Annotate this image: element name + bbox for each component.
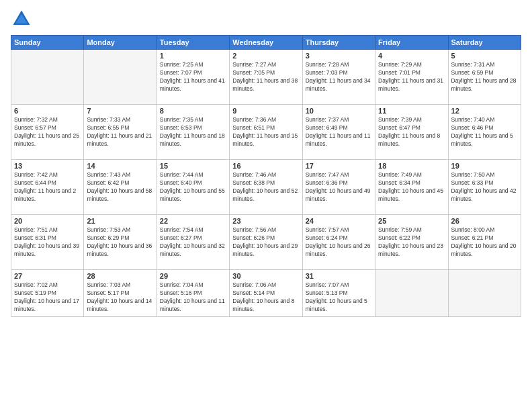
day-number: 27 xyxy=(14,272,81,280)
day-number: 5 xyxy=(451,52,518,60)
day-number: 8 xyxy=(160,107,226,115)
day-info: Sunrise: 7:42 AM Sunset: 6:44 PM Dayligh… xyxy=(14,171,81,203)
day-info: Sunrise: 7:31 AM Sunset: 6:59 PM Dayligh… xyxy=(451,61,518,93)
day-info: Sunrise: 7:06 AM Sunset: 5:14 PM Dayligh… xyxy=(232,281,299,314)
logo xyxy=(11,8,35,30)
calendar-header-row: SundayMondayTuesdayWednesdayThursdayFrid… xyxy=(11,36,521,50)
calendar-cell: 4Sunrise: 7:29 AM Sunset: 7:01 PM Daylig… xyxy=(375,50,448,105)
day-number: 25 xyxy=(378,217,445,225)
calendar-cell: 21Sunrise: 7:53 AM Sunset: 6:29 PM Dayli… xyxy=(84,215,157,270)
day-info: Sunrise: 7:36 AM Sunset: 6:51 PM Dayligh… xyxy=(232,116,299,148)
page: SundayMondayTuesdayWednesdayThursdayFrid… xyxy=(0,0,532,411)
day-info: Sunrise: 7:32 AM Sunset: 6:57 PM Dayligh… xyxy=(14,116,81,148)
calendar-cell: 16Sunrise: 7:46 AM Sunset: 6:38 PM Dayli… xyxy=(230,160,302,215)
calendar-cell: 14Sunrise: 7:43 AM Sunset: 6:42 PM Dayli… xyxy=(84,160,157,215)
calendar-cell: 29Sunrise: 7:04 AM Sunset: 5:16 PM Dayli… xyxy=(157,270,229,317)
day-info: Sunrise: 7:43 AM Sunset: 6:42 PM Dayligh… xyxy=(87,171,153,203)
calendar-header-friday: Friday xyxy=(375,36,448,50)
day-info: Sunrise: 7:25 AM Sunset: 7:07 PM Dayligh… xyxy=(160,61,226,93)
day-number: 24 xyxy=(306,217,372,225)
calendar-cell: 17Sunrise: 7:47 AM Sunset: 6:36 PM Dayli… xyxy=(302,160,375,215)
day-number: 18 xyxy=(378,162,445,170)
calendar-cell xyxy=(448,270,521,317)
calendar-cell: 27Sunrise: 7:02 AM Sunset: 5:19 PM Dayli… xyxy=(11,270,84,317)
calendar-cell: 22Sunrise: 7:54 AM Sunset: 6:27 PM Dayli… xyxy=(157,215,229,270)
day-info: Sunrise: 7:37 AM Sunset: 6:49 PM Dayligh… xyxy=(306,116,372,148)
day-number: 6 xyxy=(14,107,81,115)
day-info: Sunrise: 7:51 AM Sunset: 6:31 PM Dayligh… xyxy=(14,226,81,259)
day-info: Sunrise: 7:40 AM Sunset: 6:46 PM Dayligh… xyxy=(451,116,518,148)
calendar-week-row: 27Sunrise: 7:02 AM Sunset: 5:19 PM Dayli… xyxy=(11,270,521,317)
day-number: 15 xyxy=(160,162,226,170)
calendar-week-row: 20Sunrise: 7:51 AM Sunset: 6:31 PM Dayli… xyxy=(11,215,521,270)
calendar-cell: 23Sunrise: 7:56 AM Sunset: 6:26 PM Dayli… xyxy=(230,215,302,270)
day-info: Sunrise: 7:44 AM Sunset: 6:40 PM Dayligh… xyxy=(160,171,226,203)
day-number: 31 xyxy=(306,272,372,280)
day-info: Sunrise: 7:33 AM Sunset: 6:55 PM Dayligh… xyxy=(87,116,153,148)
day-number: 17 xyxy=(306,162,372,170)
day-info: Sunrise: 7:39 AM Sunset: 6:47 PM Dayligh… xyxy=(378,116,445,148)
calendar-header-tuesday: Tuesday xyxy=(157,36,229,50)
calendar-cell xyxy=(375,270,448,317)
day-info: Sunrise: 7:50 AM Sunset: 6:33 PM Dayligh… xyxy=(451,171,518,203)
calendar-cell: 20Sunrise: 7:51 AM Sunset: 6:31 PM Dayli… xyxy=(11,215,84,270)
day-number: 1 xyxy=(160,52,226,60)
day-number: 12 xyxy=(451,107,518,115)
calendar-cell: 25Sunrise: 7:59 AM Sunset: 6:22 PM Dayli… xyxy=(375,215,448,270)
calendar-cell: 15Sunrise: 7:44 AM Sunset: 6:40 PM Dayli… xyxy=(157,160,229,215)
day-number: 13 xyxy=(14,162,81,170)
calendar-cell: 30Sunrise: 7:06 AM Sunset: 5:14 PM Dayli… xyxy=(230,270,302,317)
day-number: 14 xyxy=(87,162,153,170)
day-info: Sunrise: 7:57 AM Sunset: 6:24 PM Dayligh… xyxy=(306,226,372,259)
calendar-cell: 2Sunrise: 7:27 AM Sunset: 7:05 PM Daylig… xyxy=(230,50,302,105)
calendar-cell: 24Sunrise: 7:57 AM Sunset: 6:24 PM Dayli… xyxy=(302,215,375,270)
calendar-cell: 28Sunrise: 7:03 AM Sunset: 5:17 PM Dayli… xyxy=(84,270,157,317)
calendar-cell: 10Sunrise: 7:37 AM Sunset: 6:49 PM Dayli… xyxy=(302,105,375,160)
logo-icon xyxy=(11,8,32,30)
day-number: 22 xyxy=(160,217,226,225)
calendar-header-saturday: Saturday xyxy=(448,36,521,50)
day-info: Sunrise: 7:04 AM Sunset: 5:16 PM Dayligh… xyxy=(160,281,226,314)
day-number: 21 xyxy=(87,217,153,225)
calendar-cell: 26Sunrise: 8:00 AM Sunset: 6:21 PM Dayli… xyxy=(448,215,521,270)
day-number: 23 xyxy=(232,217,299,225)
calendar-table: SundayMondayTuesdayWednesdayThursdayFrid… xyxy=(11,35,521,317)
day-number: 16 xyxy=(232,162,299,170)
calendar-cell: 13Sunrise: 7:42 AM Sunset: 6:44 PM Dayli… xyxy=(11,160,84,215)
day-info: Sunrise: 7:28 AM Sunset: 7:03 PM Dayligh… xyxy=(306,61,372,93)
day-number: 28 xyxy=(87,272,153,280)
day-info: Sunrise: 7:46 AM Sunset: 6:38 PM Dayligh… xyxy=(232,171,299,203)
calendar-cell xyxy=(11,50,84,105)
day-number: 2 xyxy=(232,52,299,60)
day-info: Sunrise: 7:49 AM Sunset: 6:34 PM Dayligh… xyxy=(378,171,445,203)
day-number: 9 xyxy=(232,107,299,115)
day-info: Sunrise: 7:27 AM Sunset: 7:05 PM Dayligh… xyxy=(232,61,299,93)
calendar-cell: 5Sunrise: 7:31 AM Sunset: 6:59 PM Daylig… xyxy=(448,50,521,105)
day-info: Sunrise: 7:07 AM Sunset: 5:13 PM Dayligh… xyxy=(306,281,372,314)
day-info: Sunrise: 8:00 AM Sunset: 6:21 PM Dayligh… xyxy=(451,226,518,259)
calendar-cell: 1Sunrise: 7:25 AM Sunset: 7:07 PM Daylig… xyxy=(157,50,229,105)
day-number: 29 xyxy=(160,272,226,280)
calendar-cell: 3Sunrise: 7:28 AM Sunset: 7:03 PM Daylig… xyxy=(302,50,375,105)
day-number: 11 xyxy=(378,107,445,115)
calendar-header-monday: Monday xyxy=(84,36,157,50)
day-info: Sunrise: 7:02 AM Sunset: 5:19 PM Dayligh… xyxy=(14,281,81,314)
day-info: Sunrise: 7:29 AM Sunset: 7:01 PM Dayligh… xyxy=(378,61,445,93)
header xyxy=(11,8,521,30)
calendar-cell: 6Sunrise: 7:32 AM Sunset: 6:57 PM Daylig… xyxy=(11,105,84,160)
calendar-header-sunday: Sunday xyxy=(11,36,84,50)
calendar-week-row: 6Sunrise: 7:32 AM Sunset: 6:57 PM Daylig… xyxy=(11,105,521,160)
day-number: 26 xyxy=(451,217,518,225)
day-info: Sunrise: 7:03 AM Sunset: 5:17 PM Dayligh… xyxy=(87,281,153,314)
day-number: 7 xyxy=(87,107,153,115)
day-info: Sunrise: 7:53 AM Sunset: 6:29 PM Dayligh… xyxy=(87,226,153,259)
day-number: 20 xyxy=(14,217,81,225)
calendar-cell: 31Sunrise: 7:07 AM Sunset: 5:13 PM Dayli… xyxy=(302,270,375,317)
day-info: Sunrise: 7:56 AM Sunset: 6:26 PM Dayligh… xyxy=(232,226,299,259)
calendar-cell: 19Sunrise: 7:50 AM Sunset: 6:33 PM Dayli… xyxy=(448,160,521,215)
day-info: Sunrise: 7:54 AM Sunset: 6:27 PM Dayligh… xyxy=(160,226,226,259)
day-number: 10 xyxy=(306,107,372,115)
day-info: Sunrise: 7:59 AM Sunset: 6:22 PM Dayligh… xyxy=(378,226,445,259)
calendar-cell: 11Sunrise: 7:39 AM Sunset: 6:47 PM Dayli… xyxy=(375,105,448,160)
calendar-header-wednesday: Wednesday xyxy=(230,36,302,50)
